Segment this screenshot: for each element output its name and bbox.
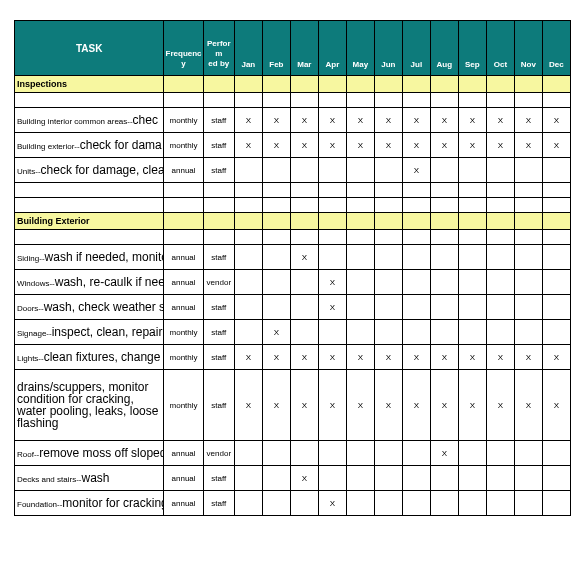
frequency-cell: monthly: [164, 133, 203, 158]
performed-by-cell: vendor: [203, 270, 234, 295]
spacer-cell: [346, 183, 374, 198]
month-cell: [290, 295, 318, 320]
spacer-cell: [458, 183, 486, 198]
header-month-aug: Aug: [430, 21, 458, 76]
spacer-cell: [458, 198, 486, 213]
table-row: Building interior common areas--checmont…: [15, 108, 571, 133]
section-cell-blank: [164, 213, 203, 230]
frequency-cell: annual: [164, 466, 203, 491]
task-label-big: check for damage, clea: [41, 163, 164, 177]
month-cell: [290, 158, 318, 183]
section-cell-blank: [514, 213, 542, 230]
task-cell: Signage--inspect, clean, repair: [15, 320, 164, 345]
month-cell: [486, 320, 514, 345]
task-cell: Windows--wash, re-caulk if nee: [15, 270, 164, 295]
task-label-big: wash: [81, 471, 109, 485]
task-label-big: chec: [133, 113, 158, 127]
month-cell: X: [262, 345, 290, 370]
header-task: TASK: [15, 21, 164, 76]
task-cell: Building exterior--check for dama: [15, 133, 164, 158]
task-cell: Decks and stairs--wash: [15, 466, 164, 491]
month-cell: X: [430, 108, 458, 133]
spacer-cell: [318, 183, 346, 198]
month-cell: [458, 466, 486, 491]
task-cell: Siding--wash if needed, monito: [15, 245, 164, 270]
month-cell: X: [514, 108, 542, 133]
month-cell: [542, 158, 570, 183]
spacer-cell: [290, 93, 318, 108]
spacer-cell: [164, 183, 203, 198]
frequency-cell: annual: [164, 245, 203, 270]
spacer-cell: [203, 230, 234, 245]
month-cell: X: [262, 108, 290, 133]
month-cell: [262, 466, 290, 491]
month-cell: [234, 158, 262, 183]
spacer-cell: [458, 230, 486, 245]
spacer-cell: [458, 93, 486, 108]
month-cell: [542, 320, 570, 345]
spacer-cell: [262, 183, 290, 198]
month-cell: X: [458, 345, 486, 370]
section-cell-blank: [458, 76, 486, 93]
spacer-cell: [318, 93, 346, 108]
month-cell: [374, 158, 402, 183]
spacer-cell: [430, 198, 458, 213]
spacer-cell: [203, 183, 234, 198]
spacer-cell: [542, 93, 570, 108]
section-cell-blank: [318, 213, 346, 230]
month-cell: X: [290, 345, 318, 370]
task-label-small: Signage--: [17, 329, 52, 338]
month-cell: X: [486, 345, 514, 370]
performed-by-cell: staff: [203, 108, 234, 133]
spacer-cell: [430, 230, 458, 245]
month-cell: [514, 295, 542, 320]
header-frequency: Frequency: [164, 21, 203, 76]
month-cell: [402, 441, 430, 466]
month-cell: [374, 491, 402, 516]
spacer-cell: [290, 198, 318, 213]
spacer-cell: [402, 198, 430, 213]
header-month-sep: Sep: [458, 21, 486, 76]
month-cell: [542, 270, 570, 295]
section-cell-blank: [346, 76, 374, 93]
month-cell: X: [542, 370, 570, 441]
spacer-cell: [164, 230, 203, 245]
month-cell: [346, 491, 374, 516]
header-month-jan: Jan: [234, 21, 262, 76]
month-cell: [542, 466, 570, 491]
month-cell: X: [374, 370, 402, 441]
month-cell: X: [458, 133, 486, 158]
month-cell: [402, 466, 430, 491]
month-cell: [458, 270, 486, 295]
month-cell: [486, 270, 514, 295]
spacer-cell: [203, 93, 234, 108]
month-cell: [458, 295, 486, 320]
spacer-cell: [290, 183, 318, 198]
spacer-cell: [374, 93, 402, 108]
task-label-small: Foundation--: [17, 500, 62, 509]
section-cell-blank: [262, 76, 290, 93]
section-cell-blank: [203, 213, 234, 230]
table-row: Windows--wash, re-caulk if neeannualvend…: [15, 270, 571, 295]
section-cell-blank: [542, 76, 570, 93]
month-cell: [458, 245, 486, 270]
month-cell: X: [430, 370, 458, 441]
month-cell: [234, 320, 262, 345]
spacer-cell: [486, 183, 514, 198]
section-cell-blank: [234, 76, 262, 93]
month-cell: [486, 441, 514, 466]
task-label-small: Siding--: [17, 254, 45, 263]
frequency-cell: annual: [164, 491, 203, 516]
spacer-cell: [514, 230, 542, 245]
section-cell-blank: [234, 213, 262, 230]
month-cell: [234, 295, 262, 320]
month-cell: [402, 295, 430, 320]
month-cell: X: [318, 133, 346, 158]
section-cell-blank: [458, 213, 486, 230]
section-cell-blank: [514, 76, 542, 93]
frequency-cell: monthly: [164, 370, 203, 441]
month-cell: [318, 320, 346, 345]
month-cell: X: [234, 133, 262, 158]
spacer-cell: [234, 230, 262, 245]
section-cell-blank: [430, 213, 458, 230]
